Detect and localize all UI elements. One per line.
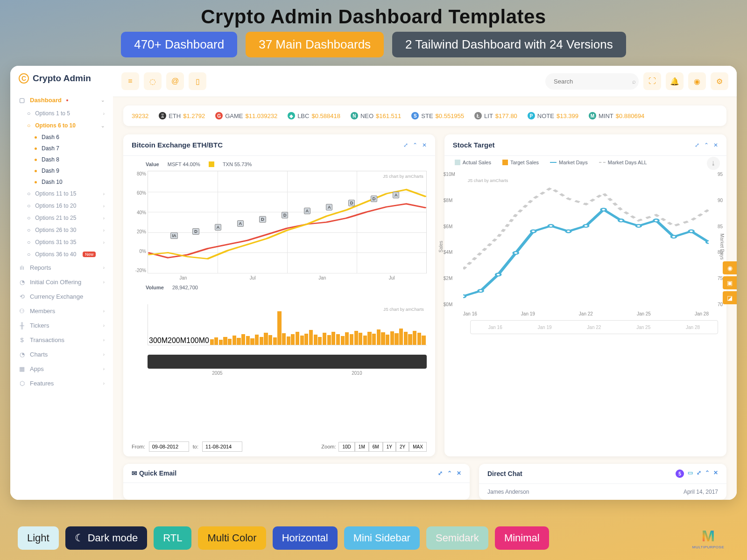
box-icon: ⬡ bbox=[19, 380, 25, 387]
volume-bar bbox=[359, 333, 362, 345]
nav-opt-11-15[interactable]: ○Options 11 to 15› bbox=[27, 188, 113, 200]
nav-opt-31-35[interactable]: ○Options 31 to 35› bbox=[27, 236, 113, 248]
zoom-max[interactable]: MAX bbox=[409, 442, 427, 452]
volume-bar bbox=[336, 334, 340, 345]
nav-dash-6[interactable]: Dash 6 bbox=[35, 132, 113, 143]
chart-annotation: D bbox=[348, 200, 355, 206]
theme-multi-color[interactable]: Multi Color bbox=[198, 526, 266, 550]
theme-minimal[interactable]: Minimal bbox=[495, 526, 549, 550]
nav-dash-9[interactable]: Dash 9 bbox=[35, 165, 113, 176]
volume-bar bbox=[273, 337, 277, 345]
from-date-input[interactable] bbox=[149, 441, 189, 452]
theme-dark[interactable]: ☾Dark mode bbox=[65, 526, 148, 550]
nav-opt-16-20[interactable]: ○Options 16 to 20› bbox=[27, 200, 113, 212]
chat-user-name: James Anderson bbox=[487, 489, 529, 495]
zoom-2y[interactable]: 2Y bbox=[396, 442, 409, 452]
nav-members[interactable]: ⚇Members› bbox=[10, 304, 113, 318]
nav-opt-36-40[interactable]: ○Options 36 to 40New bbox=[27, 248, 113, 260]
search-input[interactable] bbox=[554, 78, 632, 85]
brand-text: Crypto Admin bbox=[33, 73, 91, 84]
nav-dashboard[interactable]: ▢ Dashboard ⌄ bbox=[10, 93, 113, 107]
search-box[interactable]: ⌕ bbox=[545, 73, 639, 90]
stock-scrubber[interactable]: Jan 16Jan 19Jan 22Jan 25Jan 28 bbox=[470, 320, 718, 334]
x-label: Jan 28 bbox=[695, 311, 709, 316]
nav-charts[interactable]: ◔Charts› bbox=[10, 347, 113, 362]
nav-dash-10[interactable]: Dash 10 bbox=[35, 176, 113, 188]
zoom-10d[interactable]: 10D bbox=[338, 442, 354, 452]
expand-icon[interactable]: ⤢ bbox=[438, 470, 443, 476]
pill-dashboard-count: 470+ Dashboard bbox=[121, 32, 237, 57]
pill-main-dashboards: 37 Main Dashboards bbox=[246, 32, 384, 57]
multipurpose-logo: M MULTIPURPOSE bbox=[687, 522, 729, 554]
notifications-button[interactable]: 🔔 bbox=[666, 72, 684, 90]
settings-button[interactable]: ⚙ bbox=[711, 72, 728, 90]
expand-icon[interactable]: ⤢ bbox=[697, 469, 701, 478]
nav-dash-8[interactable]: Dash 8 bbox=[35, 154, 113, 165]
nav-label: Options 6 to 10 bbox=[35, 122, 76, 129]
brand[interactable]: C Crypto Admin bbox=[10, 73, 113, 93]
stock-title: Stock Target bbox=[453, 141, 495, 149]
time-scrubber[interactable]: 20052010 bbox=[148, 355, 427, 369]
lower-row: ✉ Quick Email ⤢ ⌃ ✕ Direct Chat 5 ▭ ⤢ bbox=[113, 456, 737, 500]
theme-rtl[interactable]: RTL bbox=[154, 526, 191, 550]
nav-currency-exchange[interactable]: ⟲Currency Exchange bbox=[10, 289, 113, 304]
collapse-icon[interactable]: ⌃ bbox=[704, 142, 709, 148]
floating-tab-3[interactable]: ◪ bbox=[723, 291, 737, 304]
nav-dash-7[interactable]: Dash 7 bbox=[35, 143, 113, 154]
notification-dot-icon bbox=[66, 99, 68, 101]
nav-transactions[interactable]: $Transactions› bbox=[10, 333, 113, 347]
clipboard-button[interactable]: ▯ bbox=[189, 72, 206, 90]
to-date-input[interactable] bbox=[202, 441, 242, 452]
chat-button[interactable]: ◌ bbox=[144, 72, 162, 90]
nav-label: Dash 9 bbox=[42, 168, 59, 174]
menu-button[interactable]: ≡ bbox=[121, 72, 139, 90]
chart-annotation: A bbox=[326, 204, 332, 210]
nav-opt-1-5[interactable]: ○Options 1 to 5› bbox=[27, 107, 113, 119]
nav-features[interactable]: ⬡Features› bbox=[10, 376, 113, 391]
expand-icon[interactable]: ⤢ bbox=[403, 142, 408, 148]
theme-light[interactable]: Light bbox=[18, 526, 59, 550]
nav-reports[interactable]: ılıReports› bbox=[10, 260, 113, 275]
close-icon[interactable]: ✕ bbox=[422, 142, 427, 148]
download-button[interactable]: ⭳ bbox=[707, 157, 720, 170]
floating-tab-2[interactable]: ▣ bbox=[723, 276, 737, 289]
quick-email-title: Quick Email bbox=[139, 469, 176, 477]
collapse-icon[interactable]: ⌃ bbox=[705, 469, 710, 478]
theme-horizontal[interactable]: Horizontal bbox=[273, 526, 338, 550]
x-label: Jan 22 bbox=[579, 311, 593, 316]
zoom-1m[interactable]: 1M bbox=[355, 442, 369, 452]
close-icon[interactable]: ✕ bbox=[713, 469, 718, 478]
nav-opt-26-30[interactable]: ○Options 26 to 30› bbox=[27, 224, 113, 236]
collapse-icon[interactable]: ⌃ bbox=[447, 470, 452, 476]
nav-label: Options 26 to 30 bbox=[35, 227, 76, 233]
scrubber-label: 2005 bbox=[212, 371, 222, 376]
volume-bar bbox=[277, 311, 281, 345]
nav-opt-21-25[interactable]: ○Options 21 to 25› bbox=[27, 212, 113, 224]
zoom-1y[interactable]: 1Y bbox=[383, 442, 396, 452]
collapse-icon[interactable]: ⌃ bbox=[413, 142, 417, 148]
ticker-symbol: MINT bbox=[599, 112, 613, 119]
close-icon[interactable]: ✕ bbox=[457, 470, 461, 476]
expand-icon[interactable]: ⤢ bbox=[695, 142, 699, 148]
volume-bar bbox=[367, 332, 371, 345]
ticker-value: $177.80 bbox=[495, 112, 517, 119]
chat-icon[interactable]: ▭ bbox=[688, 469, 693, 478]
nav-ico[interactable]: ◔Initial Coin Offering› bbox=[10, 275, 113, 289]
floating-tab-1[interactable]: ◉ bbox=[723, 261, 737, 274]
nav-opt-6-10[interactable]: ○Options 6 to 10⌄ bbox=[27, 119, 113, 132]
nav-tickers[interactable]: ╫Tickers› bbox=[10, 318, 113, 333]
mention-button[interactable]: @ bbox=[166, 72, 184, 90]
nav-apps[interactable]: ▦Apps› bbox=[10, 362, 113, 376]
legend-days: Market Days bbox=[559, 160, 588, 165]
chart-annotation: A bbox=[393, 192, 399, 198]
zoom-6m[interactable]: 6M bbox=[369, 442, 383, 452]
nav-label: Options 21 to 25 bbox=[35, 215, 76, 221]
fullscreen-button[interactable]: ⛶ bbox=[643, 72, 661, 90]
theme-mini-sidebar[interactable]: Mini Sidebar bbox=[344, 526, 420, 550]
scrubber-label: 2010 bbox=[352, 371, 362, 376]
profile-button[interactable]: ◉ bbox=[688, 72, 706, 90]
volume-bar bbox=[417, 333, 421, 345]
ticker-item: ΞETH$1.2792 bbox=[159, 112, 205, 119]
theme-semidark[interactable]: Semidark bbox=[426, 526, 488, 550]
close-icon[interactable]: ✕ bbox=[713, 142, 718, 148]
